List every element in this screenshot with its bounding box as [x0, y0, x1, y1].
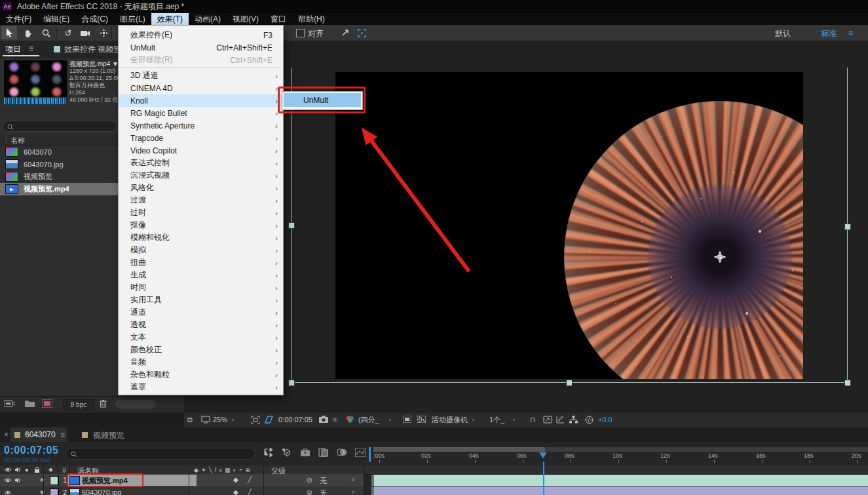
new-folder-icon[interactable]	[25, 399, 35, 409]
effects-category-Knoll[interactable]: Knoll›	[119, 94, 283, 107]
layer-name[interactable]: 6043070.jpg	[82, 488, 122, 495]
layer-name[interactable]: 视频预览.mp4	[82, 476, 128, 486]
tab-project[interactable]: 项目	[5, 44, 21, 55]
panel-menu-icon[interactable]: ≡	[29, 44, 33, 53]
parent-dropdown-caret[interactable]: ˅	[351, 488, 355, 495]
camera-view-select[interactable]: 活动摄像机˅	[432, 414, 475, 425]
effects-category-3D 通道[interactable]: 3D 通道›	[119, 69, 283, 82]
video-column-icon[interactable]	[4, 467, 12, 474]
channel-rgb-icon[interactable]	[345, 416, 355, 425]
eye-icon[interactable]	[4, 489, 12, 495]
layer-duration-bar[interactable]	[371, 475, 868, 486]
eye-icon[interactable]	[4, 477, 12, 485]
effects-category-透视[interactable]: 透视›	[119, 319, 283, 331]
snapshot-camera-icon[interactable]	[319, 416, 328, 424]
menubar-item[interactable]: 动画(A)	[189, 13, 227, 25]
effects-menu-item[interactable]: 效果控件(E)F3	[119, 29, 283, 41]
label-column-icon[interactable]: ◈	[48, 466, 53, 473]
exposure-value[interactable]: +0.0	[598, 414, 613, 425]
workspace-arrow-icon[interactable]	[337, 26, 353, 39]
camera-tool-icon[interactable]	[77, 26, 93, 39]
effects-category-文本[interactable]: 文本›	[119, 331, 283, 344]
snap-checkbox[interactable]	[296, 29, 305, 37]
region-select-icon[interactable]	[354, 26, 369, 39]
magnification-select[interactable]: 25%˅	[213, 414, 235, 425]
workspace-default-button[interactable]: 默认	[775, 28, 791, 39]
effects-category-表达式控制[interactable]: 表达式控制›	[119, 157, 283, 169]
primary-viewer-icon[interactable]	[201, 416, 210, 425]
effects-category-模糊和锐化[interactable]: 模糊和锐化›	[119, 231, 283, 244]
viewer-timecode[interactable]: 0:00:07:05	[278, 414, 312, 425]
effects-category-时间[interactable]: 时间›	[119, 281, 283, 294]
index-column-header[interactable]: #	[62, 466, 66, 474]
effects-category-扭曲[interactable]: 扭曲›	[119, 256, 283, 269]
effects-category-Video Copilot[interactable]: Video Copilot›	[119, 144, 283, 157]
work-area-start-bracket[interactable]	[369, 447, 371, 462]
speaker-icon[interactable]	[14, 477, 22, 485]
resolution-select[interactable]: (四分_˅	[358, 414, 391, 425]
layer-anchor-point-icon[interactable]	[714, 251, 726, 263]
menubar-item[interactable]: 合成(C)	[75, 13, 114, 25]
effects-category-过时[interactable]: 过时›	[119, 207, 283, 219]
workspace-menu-icon[interactable]: ≡	[848, 28, 853, 37]
effects-category-抠像[interactable]: 抠像›	[119, 219, 283, 231]
effects-category-风格化[interactable]: 风格化›	[119, 182, 283, 194]
frame-blending-icon[interactable]	[318, 448, 329, 460]
menubar-item[interactable]: 效果(T)	[151, 13, 189, 25]
solo-column-icon[interactable]: ●	[25, 467, 28, 473]
flowchart-icon[interactable]	[569, 416, 578, 425]
composition-canvas[interactable]	[335, 72, 803, 379]
target-region-icon[interactable]	[403, 416, 411, 424]
parent-pickwhip-icon[interactable]: ◎	[307, 488, 312, 495]
selection-handle-bottom-left[interactable]	[288, 380, 295, 386]
layer-duration-bar[interactable]	[371, 487, 868, 495]
effects-category-生成[interactable]: 生成›	[119, 269, 283, 281]
effects-category-颜色校正[interactable]: 颜色校正›	[119, 344, 283, 356]
selection-handle-bottom-center[interactable]	[566, 380, 573, 386]
switches-column-icons[interactable]: ◆✦╲fx▦◐◓⊕	[194, 467, 253, 473]
layer-row[interactable]: ▶1视频预览.mp4◆╱◎无˅	[0, 474, 364, 486]
close-tab-icon[interactable]: ×	[4, 430, 9, 439]
menubar-item[interactable]: 图层(L)	[114, 13, 151, 25]
quality-switch-icon[interactable]: ◆	[233, 476, 238, 483]
work-area-active[interactable]	[373, 447, 545, 452]
playhead-marker[interactable]	[539, 452, 547, 458]
menubar-item[interactable]: 文件(F)	[0, 13, 37, 25]
effects-menu-item[interactable]: UnMultCtrl+Alt+Shift+E	[119, 41, 283, 54]
selection-handle-bottom-right[interactable]	[844, 380, 851, 386]
exposure-lens-icon[interactable]	[585, 416, 594, 426]
time-ruler[interactable]: :00s02s04s06s08s10s12s14s16s18s20s	[370, 446, 868, 464]
rotate-tool-icon[interactable]: ↺	[60, 26, 76, 39]
effects-category-沉浸式视频[interactable]: 沉浸式视频›	[119, 169, 283, 182]
effects-category-CINEMA 4D[interactable]: CINEMA 4D›	[119, 82, 283, 94]
menubar-item[interactable]: 视图(V)	[227, 13, 265, 25]
tab-comp-label[interactable]: 6043070	[25, 430, 56, 439]
timeline-search-input[interactable]	[66, 448, 255, 460]
parent-pickwhip-icon[interactable]: ◎	[307, 476, 312, 483]
menubar-item[interactable]: 编辑(E)	[37, 13, 75, 25]
parent-dropdown-caret[interactable]: ˅	[351, 476, 355, 483]
effects-category-过渡[interactable]: 过渡›	[119, 194, 283, 207]
parent-value[interactable]: 无	[320, 476, 327, 486]
playhead-line[interactable]	[543, 462, 544, 495]
region-of-interest-icon[interactable]	[251, 416, 260, 426]
effects-category-RG Magic Bullet[interactable]: RG Magic Bullet›	[119, 107, 283, 119]
effects-category-实用工具[interactable]: 实用工具›	[119, 294, 283, 306]
new-composition-icon[interactable]	[42, 399, 52, 410]
timeline-graph-icon[interactable]	[556, 416, 565, 425]
project-search-input[interactable]	[3, 121, 117, 132]
quality-switch-icon[interactable]: ◆	[233, 488, 238, 495]
current-timecode[interactable]: 0:00:07:05	[4, 445, 58, 456]
effects-category-杂色和颗粒[interactable]: 杂色和颗粒›	[119, 368, 283, 381]
interpret-footage-icon[interactable]	[4, 399, 16, 410]
selection-tool-icon[interactable]	[1, 26, 17, 39]
workspace-standard-button[interactable]: 标准	[821, 28, 837, 39]
composition-mini-flowchart-icon[interactable]	[263, 448, 274, 460]
tab-comp2-label[interactable]: 视频预览	[93, 430, 124, 441]
effects-category-Synthetic Aperture[interactable]: Synthetic Aperture›	[119, 119, 283, 132]
motion-blur-icon[interactable]	[337, 448, 347, 460]
tab-menu-icon[interactable]: ≡	[60, 430, 65, 439]
mask-visibility-icon[interactable]	[264, 416, 274, 425]
effects-category-遮罩[interactable]: 遮罩›	[119, 381, 283, 393]
submenu-item-unmult[interactable]: UnMult	[284, 93, 361, 107]
